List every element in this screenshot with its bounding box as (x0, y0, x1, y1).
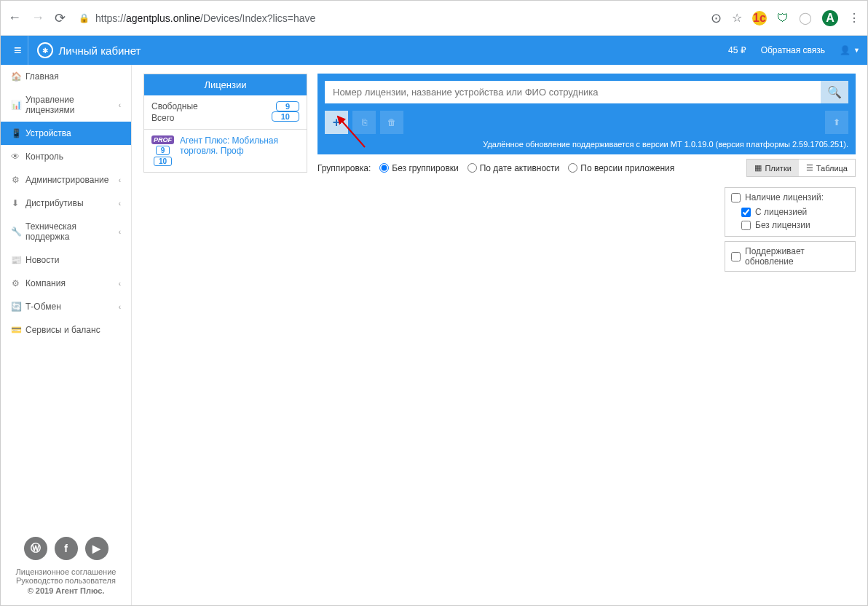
group-option-version[interactable]: По версии приложения (568, 163, 674, 173)
add-device-button[interactable]: + (325, 111, 348, 134)
news-icon: 📰 (11, 255, 20, 265)
gear-icon: ⚙ (11, 278, 20, 288)
sidebar-item-news[interactable]: 📰Новости (1, 248, 131, 272)
prof-tag-icon: PROF (151, 135, 174, 144)
url-bar[interactable]: 🔒 https://agentplus.online/Devices/Index… (76, 12, 701, 24)
chevron-down-icon: ▼ (853, 47, 860, 54)
feedback-link[interactable]: Обратная связь (761, 45, 825, 55)
update-notice: Удалённое обновление поддерживается с ве… (325, 138, 848, 150)
product-total-badge: 10 (154, 157, 172, 166)
sidebar-item-support[interactable]: 🔧Техническая поддержка‹ (1, 215, 131, 248)
list-icon: ☰ (806, 163, 813, 173)
search-button[interactable]: 🔍 (821, 81, 848, 103)
star-icon[interactable]: ☆ (732, 11, 742, 25)
group-option-activity[interactable]: По дате активности (467, 163, 560, 173)
app-header: ≡ ✱ Личный кабинет 45 ₽ Обратная связь 👤… (1, 36, 867, 65)
filter-update-box: Поддерживает обновление (725, 241, 856, 272)
sidebar-item-services[interactable]: 💳Сервисы и баланс (1, 318, 131, 342)
upload-button[interactable]: ⬆ (825, 111, 848, 134)
brand-logo-icon: ✱ (37, 42, 53, 58)
product-name: Агент Плюс: Мобильная торговля. Проф (180, 135, 299, 166)
product-free-badge: 9 (156, 146, 170, 155)
vk-icon[interactable]: Ⓦ (24, 537, 47, 560)
chevron-left-icon: ‹ (119, 176, 121, 184)
balance-value[interactable]: 45 ₽ (728, 45, 746, 55)
grouping-label: Группировка: (317, 163, 371, 173)
refresh-icon: 🔄 (11, 302, 20, 312)
kebab-menu-icon[interactable]: ⋮ (848, 11, 860, 25)
sidebar-item-admin[interactable]: ⚙Администрирование‹ (1, 168, 131, 192)
license-agreement-link[interactable]: Лицензионное соглашение (8, 567, 124, 576)
filter-with-license-checkbox[interactable] (741, 208, 751, 217)
filter-license-availability-checkbox[interactable] (731, 193, 741, 202)
chevron-left-icon: ‹ (119, 280, 121, 288)
wrench-icon: 🔧 (11, 227, 20, 237)
forward-button[interactable]: → (31, 10, 44, 26)
license-product-row[interactable]: PROF 9 10 Агент Плюс: Мобильная торговля… (144, 130, 307, 172)
delete-button[interactable]: 🗑 (380, 111, 403, 134)
upload-icon: ⬆ (833, 117, 840, 127)
search-icon[interactable]: ⊙ (711, 10, 722, 26)
download-icon: ⬇ (11, 198, 20, 208)
cogs-icon: ⚙ (11, 175, 20, 185)
license-total-badge: 10 (272, 111, 299, 122)
license-free-label: Свободные (151, 101, 198, 111)
filter-supports-update-checkbox[interactable] (731, 252, 741, 261)
sidebar-item-tobmen[interactable]: 🔄Т-Обмен‹ (1, 295, 131, 318)
chevron-left-icon: ‹ (119, 101, 121, 109)
back-button[interactable]: ← (8, 10, 21, 26)
filter-licenses-box: Наличие лицензий: С лицензией Без лиценз… (725, 187, 856, 237)
licenses-panel-title: Лицензии (144, 74, 307, 95)
filter-without-license-checkbox[interactable] (741, 221, 751, 230)
chevron-left-icon: ‹ (119, 228, 121, 236)
phone-icon: 📱 (11, 128, 20, 138)
license-free-badge: 9 (276, 101, 299, 111)
youtube-icon[interactable]: ▶ (85, 537, 108, 560)
sidebar-item-licenses[interactable]: 📊Управление лицензиями‹ (1, 88, 131, 122)
trash-icon: 🗑 (387, 117, 396, 127)
sidebar-item-company[interactable]: ⚙Компания‹ (1, 272, 131, 295)
facebook-icon[interactable]: f (55, 537, 78, 560)
hamburger-button[interactable]: ≡ (8, 36, 28, 65)
export-icon: ⎘ (362, 117, 367, 127)
view-table-button[interactable]: ☰Таблица (799, 160, 855, 176)
plus-icon: + (333, 115, 341, 130)
search-input[interactable] (325, 81, 821, 103)
reload-button[interactable]: ⟳ (55, 10, 66, 26)
sidebar-item-distributives[interactable]: ⬇Дистрибутивы‹ (1, 192, 131, 215)
user-icon: 👤 (840, 45, 851, 55)
copyright-text: © 2019 Агент Плюс. (8, 586, 124, 595)
extension-1c-icon[interactable]: 1c (752, 11, 767, 25)
chevron-left-icon: ‹ (119, 200, 121, 208)
filter-license-title: Наличие лицензий: (745, 192, 824, 202)
eye-icon: 👁 (11, 152, 20, 162)
sitemap-icon: 📊 (11, 100, 20, 110)
card-icon: 💳 (11, 325, 20, 335)
sidebar-item-control[interactable]: 👁Контроль (1, 145, 131, 168)
profile-avatar[interactable]: A (822, 10, 838, 26)
main-blue-panel: 🔍 + ⎘ 🗑 ⬆ Удалённое обновление поддержив… (317, 74, 856, 154)
magnifier-icon: 🔍 (827, 85, 842, 99)
app-title: Личный кабинет (59, 44, 141, 57)
group-option-none[interactable]: Без группировки (379, 163, 458, 173)
user-menu[interactable]: 👤▼ (840, 45, 860, 55)
chevron-left-icon: ‹ (119, 303, 121, 311)
extension-circle-icon[interactable]: ◯ (799, 11, 812, 25)
browser-chrome: ← → ⟳ 🔒 https://agentplus.online/Devices… (1, 1, 867, 36)
user-manual-link[interactable]: Руководство пользователя (8, 576, 124, 585)
view-tiles-button[interactable]: ▦Плитки (747, 160, 798, 176)
export-button[interactable]: ⎘ (352, 111, 376, 134)
license-total-label: Всего (151, 113, 198, 123)
extension-shield-icon[interactable]: 🛡 (777, 12, 789, 25)
sidebar-item-devices[interactable]: 📱Устройства (1, 122, 131, 145)
home-icon: 🏠 (11, 71, 20, 82)
tiles-icon: ▦ (754, 163, 762, 173)
lock-icon: 🔒 (79, 13, 90, 23)
sidebar-item-home[interactable]: 🏠Главная (1, 65, 131, 88)
sidebar: 🏠Главная 📊Управление лицензиями‹ 📱Устрой… (1, 65, 132, 605)
licenses-panel: Лицензии Свободные Всего 9 10 PR (143, 74, 307, 173)
